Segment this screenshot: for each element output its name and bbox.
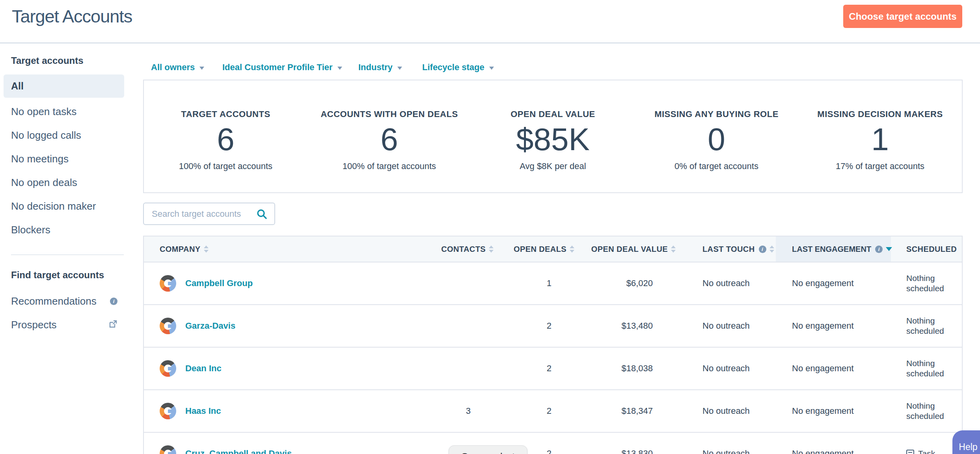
column-header-company[interactable]: COMPANY (144, 236, 400, 262)
sidebar-item-blockers[interactable]: Blockers (0, 218, 143, 242)
open-deals-cell-value: 2 (547, 406, 551, 416)
sidebar-link-recommendations[interactable]: Recommendationsi (0, 289, 117, 313)
sidebar-item-no-decision-maker[interactable]: No decision maker (0, 194, 143, 218)
sidebar-item-no-meetings[interactable]: No meetings (0, 147, 143, 171)
open-deals-cell: 2 (498, 390, 579, 432)
dropdown-caret-icon (199, 67, 204, 70)
scheduled-value: Nothing scheduled (906, 316, 950, 336)
sidebar-item-label: No logged calls (11, 129, 81, 141)
sidebar-link-label: Prospects (11, 319, 109, 331)
last-touch-cell-value: No outreach (702, 448, 750, 454)
stat-4: MISSING DECISION MAKERS117% of target ac… (798, 80, 962, 192)
table-row: Dean Inc2$18,038No outreachNo engagement… (144, 348, 962, 390)
company-link[interactable]: Garza-Davis (185, 321, 235, 331)
sidebar-item-all[interactable]: All (4, 74, 124, 98)
sidebar-item-no-open-deals[interactable]: No open deals (0, 171, 143, 194)
filter-lifecycle-stage[interactable]: Lifecycle stage (422, 62, 494, 73)
search-icon[interactable] (256, 208, 267, 220)
stat-label: MISSING ANY BUYING ROLE (635, 110, 798, 119)
open-deals-cell: 2 (498, 348, 579, 389)
column-header-last-touch[interactable]: LAST TOUCHi (680, 236, 776, 262)
sidebar-item-no-open-tasks[interactable]: No open tasks (0, 100, 143, 123)
column-header-open-deal-value[interactable]: OPEN DEAL VALUE (579, 236, 680, 262)
contacts-cell (400, 262, 498, 304)
last-engagement-cell: No engagement (776, 305, 891, 347)
column-header-contacts[interactable]: CONTACTS (400, 236, 498, 262)
stat-subtext: 100% of target accounts (307, 161, 471, 171)
screenshot-chip[interactable]: Screenshot (449, 445, 527, 454)
help-button-label: Help (959, 442, 977, 452)
company-logo-icon (160, 403, 176, 419)
filter-all-owners[interactable]: All owners (151, 62, 204, 73)
top-header: Target Accounts Choose target accounts (0, 0, 980, 43)
scheduled-cell: Nothing scheduled (891, 262, 962, 304)
sort-arrows-icon[interactable] (769, 246, 774, 253)
filter-label: All owners (151, 62, 195, 73)
open-deal-value-cell: $6,020 (579, 262, 680, 304)
table-header-row: COMPANYCONTACTSOPEN DEALSOPEN DEAL VALUE… (144, 236, 962, 262)
company-link[interactable]: Campbell Group (185, 278, 253, 288)
table-row: Campbell Group1$6,020No outreachNo engag… (144, 262, 962, 305)
open-deals-cell-value: 2 (547, 321, 551, 331)
column-header-open-deals[interactable]: OPEN DEALS (498, 236, 579, 262)
filter-ideal-customer-profile-tier[interactable]: Ideal Customer Profile Tier (222, 62, 342, 73)
column-header-label: OPEN DEAL VALUE (591, 245, 668, 254)
sort-arrows-icon[interactable] (570, 246, 574, 253)
contacts-cell (400, 348, 498, 389)
sidebar-item-label: No open tasks (11, 106, 76, 118)
sidebar-link-label: Recommendations (11, 295, 110, 307)
last-touch-cell: No outreach (680, 305, 776, 347)
stat-value: 0 (635, 124, 798, 155)
table-row: Cruz, Campbell and Davis2$13,830No outre… (144, 433, 962, 454)
dropdown-caret-icon (489, 67, 494, 70)
sort-down-icon (671, 250, 676, 253)
column-header-label: LAST ENGAGEMENT (792, 245, 871, 254)
last-touch-cell-value: No outreach (702, 406, 750, 416)
company-logo-icon (160, 445, 176, 454)
stats-card: TARGET ACCOUNTS6100% of target accountsA… (143, 80, 963, 193)
scheduled-task-label: Task (918, 448, 935, 454)
choose-target-accounts-button[interactable]: Choose target accounts (843, 5, 962, 28)
sidebar-item-no-logged-calls[interactable]: No logged calls (0, 123, 143, 147)
stat-0: TARGET ACCOUNTS6100% of target accounts (144, 80, 307, 192)
sort-up-icon (570, 246, 574, 248)
info-icon: i (110, 298, 117, 305)
column-header-scheduled: SCHEDULED (891, 236, 962, 262)
company-cell: Dean Inc (144, 348, 400, 389)
dropdown-caret-icon (397, 67, 402, 70)
filter-label: Ideal Customer Profile Tier (222, 62, 333, 73)
table-row: Haas Inc32$18,347No outreachNo engagemen… (144, 390, 962, 433)
sort-arrows-icon[interactable] (671, 246, 676, 253)
company-link[interactable]: Cruz, Campbell and Davis (185, 448, 292, 454)
stat-3: MISSING ANY BUYING ROLE00% of target acc… (635, 80, 798, 192)
scheduled-task[interactable]: Task (906, 448, 935, 454)
company-cell: Campbell Group (144, 262, 400, 304)
company-link[interactable]: Haas Inc (185, 406, 221, 416)
company-cell: Haas Inc (144, 390, 400, 432)
help-button[interactable]: Help (952, 430, 980, 454)
open-deals-cell: 1 (498, 262, 579, 304)
stat-label: ACCOUNTS WITH OPEN DEALS (307, 110, 471, 119)
column-header-label: LAST TOUCH (702, 245, 755, 254)
open-deal-value-cell-value: $18,038 (621, 363, 653, 374)
table-row: Garza-Davis2$13,480No outreachNo engagem… (144, 305, 962, 348)
open-deal-value-cell: $18,038 (579, 348, 680, 389)
sidebar-link-prospects[interactable]: Prospects (0, 313, 117, 337)
scheduled-cell: Task (891, 433, 962, 454)
column-header-last-engagement[interactable]: LAST ENGAGEMENTi (776, 236, 891, 262)
scheduled-cell: Nothing scheduled (891, 348, 962, 389)
sidebar: Target accounts AllNo open tasksNo logge… (0, 43, 143, 337)
open-deal-value-cell-value: $18,347 (621, 406, 653, 416)
company-link[interactable]: Dean Inc (185, 363, 222, 374)
sort-arrows-icon[interactable] (489, 246, 494, 253)
sort-up-icon (204, 246, 209, 248)
sidebar-section-title-find-target-accounts: Find target accounts (11, 270, 143, 280)
search-input[interactable] (152, 209, 256, 219)
stat-value: 1 (798, 124, 962, 155)
scheduled-cell: Nothing scheduled (891, 305, 962, 347)
last-touch-cell: No outreach (680, 390, 776, 432)
company-logo-icon (160, 275, 176, 292)
external-link-icon (109, 319, 117, 331)
sort-arrows-icon[interactable] (204, 246, 209, 253)
filter-industry[interactable]: Industry (358, 62, 402, 73)
